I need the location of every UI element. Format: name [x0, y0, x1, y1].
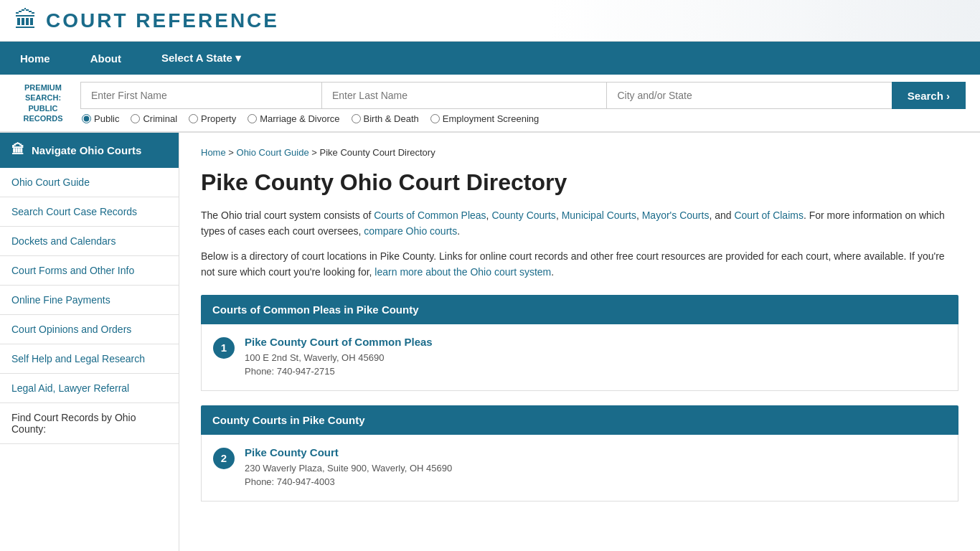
first-name-input[interactable]: [80, 82, 321, 109]
radio-marriage-divorce[interactable]: Marriage & Divorce: [248, 113, 339, 124]
nav-select-state[interactable]: Select A State ▾: [141, 42, 261, 75]
search-fields: Search ›: [80, 82, 966, 109]
sidebar-header: 🏛 Navigate Ohio Courts: [0, 133, 179, 168]
link-mayors-courts[interactable]: Mayor's Courts: [642, 209, 710, 221]
court-phone-2: Phone: 740-947-4003: [245, 475, 946, 489]
sidebar-header-title: Navigate Ohio Courts: [32, 144, 141, 156]
court-number-2: 2: [213, 448, 235, 469]
link-learn-more[interactable]: learn more about the Ohio court system: [374, 266, 551, 278]
link-municipal-courts[interactable]: Municipal Courts: [562, 209, 636, 221]
link-compare-courts[interactable]: compare Ohio courts: [364, 225, 457, 237]
court-address-1: 100 E 2nd St, Waverly, OH 45690: [245, 351, 946, 365]
sidebar: 🏛 Navigate Ohio Courts Ohio Court Guide …: [0, 133, 179, 551]
court-card-1: 1 Pike County Court of Common Pleas 100 …: [201, 324, 958, 391]
premium-label: PREMIUM SEARCH: PUBLIC RECORDS: [14, 83, 72, 123]
link-common-pleas[interactable]: Courts of Common Pleas: [374, 209, 486, 221]
link-county-courts[interactable]: County Courts: [491, 209, 555, 221]
breadcrumb-home[interactable]: Home: [201, 147, 226, 158]
sidebar-item-self-help[interactable]: Self Help and Legal Research: [0, 344, 179, 374]
search-button[interactable]: Search ›: [892, 82, 966, 109]
city-state-input[interactable]: [606, 82, 891, 109]
main-layout: 🏛 Navigate Ohio Courts Ohio Court Guide …: [0, 133, 980, 551]
nav-home[interactable]: Home: [0, 42, 70, 75]
radio-birth-death[interactable]: Birth & Death: [352, 113, 419, 124]
breadcrumb-current: Pike County Court Directory: [320, 147, 435, 158]
page-title: Pike County Ohio Court Directory: [201, 169, 958, 196]
sidebar-item-court-opinions[interactable]: Court Opinions and Orders: [0, 315, 179, 344]
intro-text-2: Below is a directory of court locations …: [201, 248, 958, 281]
last-name-input[interactable]: [321, 82, 606, 109]
search-inputs: Search › Public Criminal Property Marria…: [80, 82, 966, 124]
sidebar-header-icon: 🏛: [11, 143, 24, 158]
section-header-county-courts: County Courts in Pike County: [201, 405, 958, 435]
breadcrumb: Home > Ohio Court Guide > Pike County Co…: [201, 147, 958, 158]
logo: 🏛 COURT REFERENCE: [14, 7, 279, 34]
link-court-of-claims[interactable]: Court of Claims: [734, 209, 803, 221]
sidebar-find-label: Find Court Records by Ohio County:: [0, 403, 179, 444]
header-bg-decoration: [550, 0, 980, 41]
site-header: 🏛 COURT REFERENCE: [0, 0, 980, 42]
court-phone-1: Phone: 740-947-2715: [245, 364, 946, 379]
sidebar-item-fine-payments[interactable]: Online Fine Payments: [0, 286, 179, 315]
sidebar-item-dockets[interactable]: Dockets and Calendars: [0, 227, 179, 256]
page-content: Home > Ohio Court Guide > Pike County Co…: [179, 133, 980, 551]
breadcrumb-ohio-guide[interactable]: Ohio Court Guide: [237, 147, 309, 158]
court-name-1[interactable]: Pike County Court of Common Pleas: [245, 336, 946, 348]
court-number-1: 1: [213, 337, 235, 359]
search-bar: PREMIUM SEARCH: PUBLIC RECORDS Search › …: [0, 75, 980, 133]
court-card-2: 2 Pike County Court 230 Waverly Plaza, S…: [201, 435, 958, 501]
radio-employment[interactable]: Employment Screening: [430, 113, 539, 124]
logo-icon: 🏛: [14, 7, 37, 34]
logo-text: COURT REFERENCE: [46, 9, 279, 32]
sidebar-item-ohio-court-guide[interactable]: Ohio Court Guide: [0, 168, 179, 197]
radio-group: Public Criminal Property Marriage & Divo…: [80, 113, 966, 124]
court-address-2: 230 Waverly Plaza, Suite 900, Waverly, O…: [245, 461, 946, 476]
radio-property[interactable]: Property: [189, 113, 236, 124]
radio-public[interactable]: Public: [82, 113, 119, 124]
section-header-common-pleas: Courts of Common Pleas in Pike County: [201, 295, 958, 324]
sidebar-item-search-records[interactable]: Search Court Case Records: [0, 197, 179, 227]
court-name-2[interactable]: Pike County Court: [245, 446, 946, 458]
main-nav: Home About Select A State ▾: [0, 42, 980, 75]
court-info-2: Pike County Court 230 Waverly Plaza, Sui…: [245, 446, 946, 489]
sidebar-item-legal-aid[interactable]: Legal Aid, Lawyer Referral: [0, 374, 179, 403]
sidebar-item-court-forms[interactable]: Court Forms and Other Info: [0, 256, 179, 286]
intro-text-1: The Ohio trial court system consists of …: [201, 207, 958, 240]
court-info-1: Pike County Court of Common Pleas 100 E …: [245, 336, 946, 379]
nav-about[interactable]: About: [70, 42, 141, 75]
radio-criminal[interactable]: Criminal: [131, 113, 177, 124]
